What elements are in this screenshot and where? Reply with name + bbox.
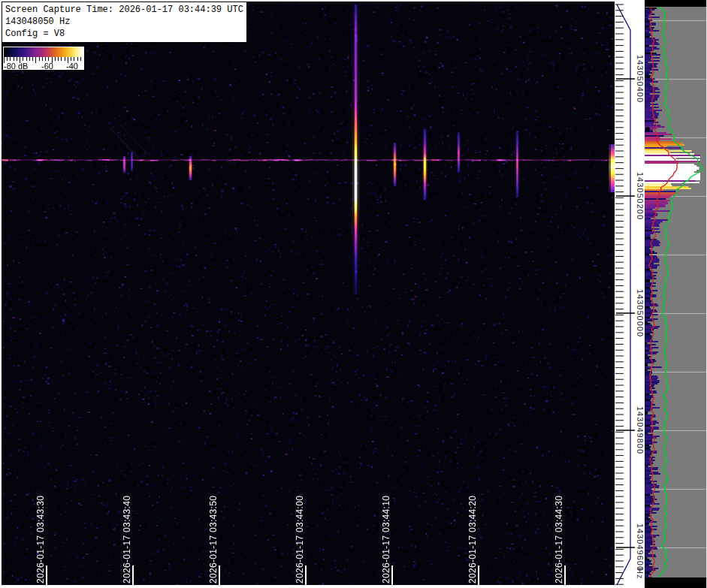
- window-border-bottom: [0, 585, 615, 588]
- frequency-tick-label: 143050000: [636, 289, 645, 337]
- color-scale-legend: -80 dB -60 -40: [2, 46, 85, 71]
- frequency-tick-label: 143049600: [636, 523, 645, 571]
- frequency-axis: 1430504001430502001430500001430498001430…: [615, 0, 645, 588]
- intensity-gradient: [4, 47, 83, 57]
- frequency-tick-label: 143050200: [636, 172, 645, 220]
- axis-spine: [617, 5, 630, 585]
- window-border-left: [0, 0, 2, 588]
- frequency-tick-label: 143050400: [636, 55, 645, 103]
- spectrum-amplitude-panel: [645, 0, 707, 588]
- center-frequency-text: 143048050 Hz: [5, 16, 243, 28]
- config-text: Config = V8: [5, 28, 243, 40]
- app-window: 1430504001430502001430500001430498001430…: [0, 0, 707, 588]
- db-label-minus40: -40: [66, 62, 78, 71]
- capture-time-text: Screen Capture Time: 2026-01-17 03:44:39…: [5, 4, 243, 16]
- color-scale-labels: -80 dB -60 -40: [3, 63, 84, 71]
- db-label-minus80: -80 dB: [4, 62, 28, 71]
- db-label-minus60: -60: [41, 62, 53, 71]
- frequency-unit-label: Hz: [636, 568, 645, 579]
- waterfall-spectrogram: [2, 2, 615, 586]
- frequency-tick-label: 143049800: [636, 406, 645, 454]
- capture-info-box: Screen Capture Time: 2026-01-17 03:44:39…: [2, 2, 247, 43]
